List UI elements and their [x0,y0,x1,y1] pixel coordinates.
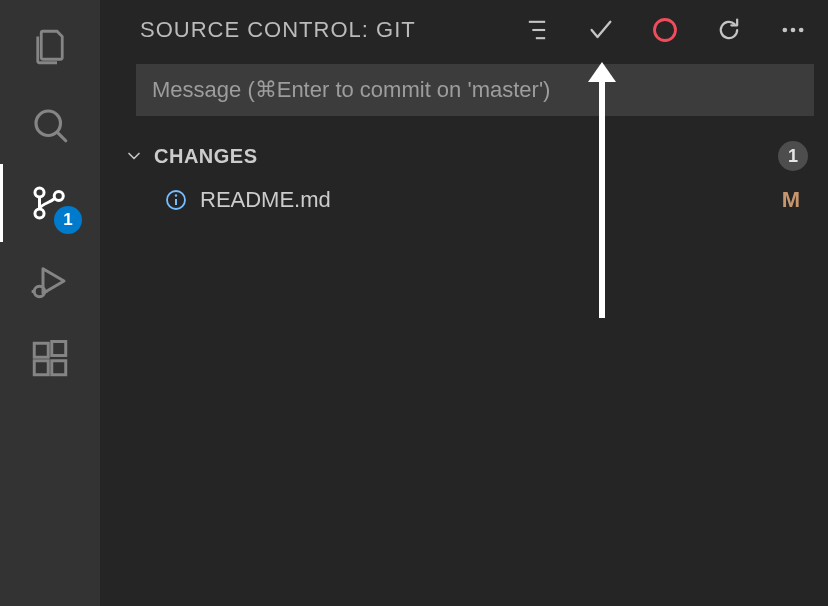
changes-section-header[interactable]: CHANGES 1 [100,134,828,178]
ellipsis-icon [779,16,807,44]
commit-button[interactable] [586,15,616,45]
list-tree-icon [523,16,551,44]
svg-point-17 [791,28,796,33]
more-actions-button[interactable] [778,15,808,45]
debug-icon [29,260,71,302]
files-icon [29,26,71,68]
activity-bar: 1 [0,0,100,606]
circle-icon [651,16,679,44]
changes-label: CHANGES [154,145,778,168]
refresh-button[interactable] [714,15,744,45]
refresh-icon [715,16,743,44]
activity-source-control[interactable]: 1 [0,164,100,242]
svg-rect-10 [52,361,66,375]
svg-point-21 [175,194,177,196]
svg-point-18 [799,28,804,33]
svg-point-16 [783,28,788,33]
source-control-badge: 1 [54,206,82,234]
svg-point-15 [655,20,676,41]
file-name: README.md [200,187,782,213]
source-control-panel: SOURCE CONTROL: GIT [100,0,828,606]
svg-point-3 [35,209,44,218]
svg-rect-9 [34,361,48,375]
activity-extensions[interactable] [0,320,100,398]
panel-header: SOURCE CONTROL: GIT [100,14,828,64]
changed-file-row[interactable]: README.md M [100,178,828,222]
activity-run-debug[interactable] [0,242,100,320]
info-icon [164,188,188,212]
extensions-icon [29,338,71,380]
view-tree-button[interactable] [522,15,552,45]
panel-actions [522,15,808,45]
svg-rect-11 [52,342,66,356]
svg-point-2 [35,188,44,197]
chevron-down-icon [124,146,144,166]
svg-point-4 [54,191,63,200]
svg-line-1 [57,132,65,140]
panel-title: SOURCE CONTROL: GIT [140,17,522,43]
activity-explorer[interactable] [0,8,100,86]
search-icon [29,104,71,146]
circle-action-button[interactable] [650,15,680,45]
commit-message-box[interactable] [136,64,814,116]
commit-message-input[interactable] [152,77,798,103]
check-icon [587,16,615,44]
svg-rect-8 [34,343,48,357]
changes-count-badge: 1 [778,141,808,171]
file-status-modified: M [782,187,800,213]
activity-search[interactable] [0,86,100,164]
